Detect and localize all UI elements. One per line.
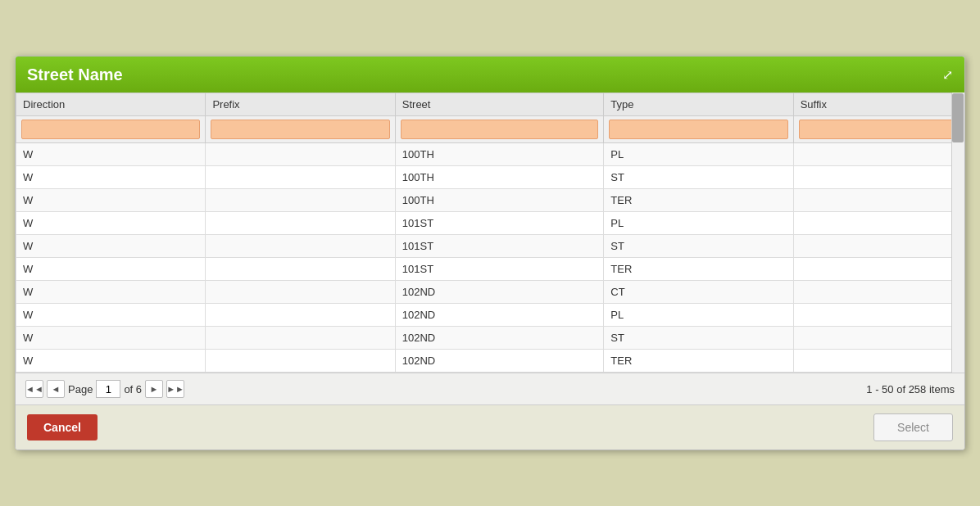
col-header-street: Street bbox=[395, 93, 604, 116]
last-page-button[interactable]: ►► bbox=[166, 380, 184, 398]
cell-suffix bbox=[793, 143, 964, 166]
cell-type: ST bbox=[604, 166, 793, 189]
cell-prefix bbox=[206, 143, 395, 166]
cell-suffix bbox=[793, 327, 964, 350]
cell-direction: W bbox=[16, 281, 206, 304]
cell-suffix bbox=[793, 235, 964, 258]
col-header-direction: Direction bbox=[16, 93, 206, 116]
table-wrapper: Direction Prefix Street Type Suffix W100… bbox=[16, 93, 964, 373]
filter-row bbox=[16, 116, 964, 143]
expand-icon[interactable]: ⤢ bbox=[942, 67, 953, 83]
cell-suffix bbox=[793, 258, 964, 281]
cell-prefix bbox=[206, 281, 395, 304]
cell-prefix bbox=[206, 166, 395, 189]
data-table: Direction Prefix Street Type Suffix W100… bbox=[16, 93, 964, 373]
table-row[interactable]: W102NDST bbox=[16, 327, 964, 350]
cell-type: PL bbox=[604, 143, 793, 166]
table-row[interactable]: W101STPL bbox=[16, 212, 964, 235]
cell-suffix bbox=[793, 304, 964, 327]
cell-type: ST bbox=[604, 327, 793, 350]
cell-direction: W bbox=[16, 189, 206, 212]
col-header-type: Type bbox=[604, 93, 793, 116]
cell-direction: W bbox=[16, 143, 206, 166]
cell-street: 101ST bbox=[395, 258, 604, 281]
cell-street: 102ND bbox=[395, 304, 604, 327]
cell-type: TER bbox=[604, 350, 793, 373]
cell-suffix bbox=[793, 350, 964, 373]
table-row[interactable]: W100THST bbox=[16, 166, 964, 189]
dialog-header: Street Name ⤢ bbox=[16, 56, 964, 93]
cell-suffix bbox=[793, 281, 964, 304]
cell-type: CT bbox=[604, 281, 793, 304]
prev-page-button[interactable]: ◄ bbox=[47, 380, 65, 398]
cell-street: 102ND bbox=[395, 281, 604, 304]
cell-prefix bbox=[206, 327, 395, 350]
table-row[interactable]: W102NDCT bbox=[16, 281, 964, 304]
filter-suffix[interactable] bbox=[799, 120, 959, 139]
table-row[interactable]: W101STTER bbox=[16, 258, 964, 281]
cell-type: TER bbox=[604, 189, 793, 212]
items-count: 1 - 50 of 258 items bbox=[866, 383, 955, 395]
pagination-controls: ◄◄ ◄ Page of 6 ► ►► bbox=[25, 380, 184, 398]
cell-street: 100TH bbox=[395, 143, 604, 166]
table-row[interactable]: W102NDTER bbox=[16, 350, 964, 373]
footer-bar: Cancel Select bbox=[16, 404, 964, 450]
table-row[interactable]: W100THTER bbox=[16, 189, 964, 212]
cell-prefix bbox=[206, 350, 395, 373]
page-label: Page bbox=[68, 383, 93, 395]
select-button[interactable]: Select bbox=[873, 413, 953, 441]
cell-direction: W bbox=[16, 304, 206, 327]
pagination-bar: ◄◄ ◄ Page of 6 ► ►► 1 - 50 of 258 items bbox=[16, 373, 964, 404]
cell-prefix bbox=[206, 258, 395, 281]
next-page-button[interactable]: ► bbox=[145, 380, 163, 398]
cell-type: PL bbox=[604, 304, 793, 327]
scroll-thumb bbox=[952, 93, 964, 142]
cell-street: 101ST bbox=[395, 212, 604, 235]
cell-direction: W bbox=[16, 327, 206, 350]
cell-suffix bbox=[793, 189, 964, 212]
cell-street: 102ND bbox=[395, 327, 604, 350]
first-page-button[interactable]: ◄◄ bbox=[25, 380, 43, 398]
cell-direction: W bbox=[16, 235, 206, 258]
table-row[interactable]: W101STST bbox=[16, 235, 964, 258]
cancel-button[interactable]: Cancel bbox=[27, 414, 98, 440]
cell-street: 101ST bbox=[395, 235, 604, 258]
col-header-suffix: Suffix bbox=[793, 93, 964, 116]
filter-prefix[interactable] bbox=[211, 120, 389, 139]
scrollbar[interactable] bbox=[951, 93, 964, 373]
street-name-dialog: Street Name ⤢ Direction Prefix Street Ty… bbox=[15, 56, 965, 450]
cell-direction: W bbox=[16, 350, 206, 373]
col-header-prefix: Prefix bbox=[206, 93, 395, 116]
cell-prefix bbox=[206, 189, 395, 212]
page-number-input[interactable] bbox=[96, 380, 120, 398]
cell-type: PL bbox=[604, 212, 793, 235]
of-label: of 6 bbox=[124, 383, 142, 395]
column-headers: Direction Prefix Street Type Suffix bbox=[16, 93, 964, 116]
cell-type: ST bbox=[604, 235, 793, 258]
cell-suffix bbox=[793, 212, 964, 235]
cell-direction: W bbox=[16, 258, 206, 281]
cell-direction: W bbox=[16, 212, 206, 235]
table-body: W100THPLW100THSTW100THTERW101STPLW101STS… bbox=[16, 143, 964, 373]
filter-type[interactable] bbox=[609, 120, 787, 139]
cell-type: TER bbox=[604, 258, 793, 281]
cell-prefix bbox=[206, 235, 395, 258]
cell-prefix bbox=[206, 212, 395, 235]
cell-prefix bbox=[206, 304, 395, 327]
table-row[interactable]: W102NDPL bbox=[16, 304, 964, 327]
cell-direction: W bbox=[16, 166, 206, 189]
cell-street: 102ND bbox=[395, 350, 604, 373]
dialog-title: Street Name bbox=[27, 66, 123, 84]
filter-street[interactable] bbox=[401, 120, 599, 139]
table-row[interactable]: W100THPL bbox=[16, 143, 964, 166]
filter-direction[interactable] bbox=[21, 120, 200, 139]
cell-suffix bbox=[793, 166, 964, 189]
cell-street: 100TH bbox=[395, 189, 604, 212]
cell-street: 100TH bbox=[395, 166, 604, 189]
